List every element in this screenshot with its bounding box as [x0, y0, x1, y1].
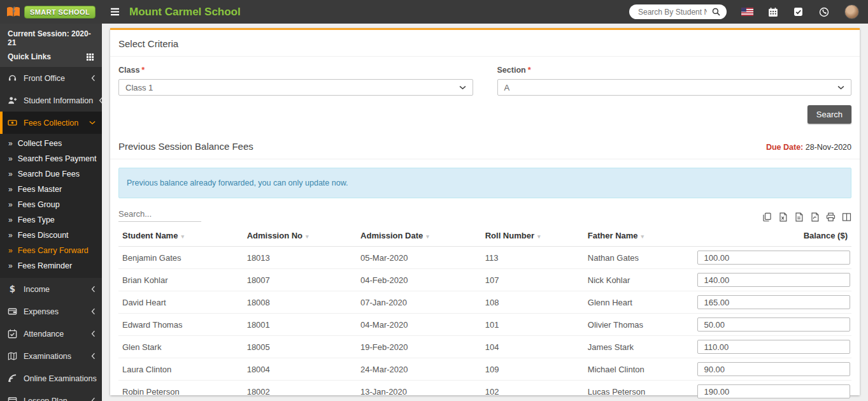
- sidebar-item-online-examinations[interactable]: Online Examinations: [0, 367, 102, 390]
- sidebar-subitem-label: Fees Carry Forward: [18, 246, 89, 255]
- excel-export-icon[interactable]: [778, 212, 788, 222]
- sidebar-subitem-fees-carry-forward[interactable]: »Fees Carry Forward: [0, 243, 102, 258]
- sidebar-item-student-information[interactable]: Student Information: [0, 89, 102, 112]
- double-angle-right-icon: »: [8, 231, 13, 240]
- sidebar-subitem-search-fees-payment[interactable]: »Search Fees Payment: [0, 151, 102, 166]
- column-header-student-name[interactable]: Student Name▾: [118, 225, 243, 247]
- column-header-label: Student Name: [122, 231, 178, 240]
- cell-roll-number: 107: [481, 269, 584, 291]
- sidebar-subitem-fees-reminder[interactable]: »Fees Reminder: [0, 258, 102, 273]
- print-icon[interactable]: [826, 212, 836, 222]
- cell-admission-no: 18001: [243, 314, 357, 336]
- balance-input[interactable]: [697, 384, 850, 398]
- sidebar-item-attendance[interactable]: Attendance: [0, 323, 102, 345]
- cell-admission-date: 13-Jan-2020: [357, 381, 481, 401]
- columns-icon[interactable]: [842, 212, 851, 222]
- balance-input[interactable]: [697, 295, 850, 309]
- sidebar-item-fees-collection[interactable]: Fees Collection: [0, 112, 102, 134]
- us-flag-icon[interactable]: [741, 8, 753, 16]
- student-search: [629, 4, 727, 19]
- sidebar-subitem-search-due-fees[interactable]: »Search Due Fees: [0, 166, 102, 182]
- table-row: Glen Stark1800519-Feb-2020104James Stark: [118, 336, 851, 358]
- logo-book-icon: [6, 6, 21, 18]
- class-label: Class*: [118, 66, 473, 75]
- search-icon[interactable]: [712, 8, 720, 16]
- sidebar-item-label: Examinations: [24, 352, 71, 361]
- cell-father-name: Lucas Peterson: [584, 381, 694, 401]
- sidebar-item-lesson-plan[interactable]: Lesson Plan: [0, 390, 102, 401]
- avatar[interactable]: [844, 4, 859, 19]
- sort-icon: ▾: [306, 233, 309, 240]
- required-marker: *: [141, 66, 145, 75]
- cell-balance: [694, 314, 851, 336]
- cell-balance: [694, 269, 851, 291]
- sidebar-item-label: Front Office: [24, 74, 65, 83]
- due-date-value: 28-Nov-2020: [806, 143, 851, 152]
- column-header-admission-no[interactable]: Admission No▾: [243, 225, 357, 247]
- chevron-down-icon: [459, 85, 466, 90]
- table-row: Edward Thomas1800104-Mar-2020101Olivier …: [118, 314, 851, 336]
- search-button[interactable]: Search: [808, 105, 851, 124]
- double-angle-right-icon: »: [8, 185, 13, 194]
- class-select-value: Class 1: [125, 83, 153, 92]
- sidebar-item-label: Online Examinations: [24, 374, 97, 383]
- export-tools: [762, 212, 851, 222]
- balance-section-header: Previous Session Balance Fees Due Date: …: [110, 141, 860, 159]
- class-select[interactable]: Class 1: [118, 79, 473, 96]
- chevron-down-icon: [837, 85, 844, 90]
- column-header-label: Balance ($): [804, 231, 848, 240]
- cell-student-name: Glen Stark: [118, 336, 243, 358]
- chat-icon[interactable]: [819, 7, 830, 17]
- balance-input[interactable]: [697, 273, 850, 287]
- balance-input[interactable]: [697, 317, 850, 332]
- cell-balance: [694, 291, 851, 314]
- cell-father-name: Nick Kohlar: [584, 269, 694, 291]
- student-search-input[interactable]: [637, 7, 708, 17]
- copy-icon[interactable]: [762, 212, 772, 222]
- table-search-input[interactable]: [118, 207, 201, 222]
- due-date-label: Due Date:: [766, 143, 803, 152]
- sidebar-subitem-fees-master[interactable]: »Fees Master: [0, 182, 102, 197]
- sidebar-item-income[interactable]: $Income: [0, 278, 102, 300]
- sort-icon: ▾: [181, 233, 184, 240]
- examinations-icon: [8, 351, 18, 361]
- sidebar-item-examinations[interactable]: Examinations: [0, 345, 102, 367]
- double-angle-right-icon: »: [8, 170, 13, 179]
- column-header-label: Father Name: [588, 231, 638, 240]
- cell-roll-number: 113: [481, 247, 584, 269]
- section-select[interactable]: A: [497, 79, 852, 96]
- cell-admission-no: 18005: [243, 336, 357, 358]
- chevron-down-icon: [89, 120, 96, 125]
- sidebar-item-front-office[interactable]: Front Office: [0, 67, 102, 89]
- column-header-father-name[interactable]: Father Name▾: [584, 225, 694, 247]
- column-header-roll-number[interactable]: Roll Number▾: [481, 225, 584, 247]
- sidebar-item-expenses[interactable]: Expenses: [0, 300, 102, 323]
- double-angle-right-icon: »: [8, 139, 13, 148]
- balance-input[interactable]: [697, 362, 850, 376]
- calendar-icon[interactable]: [768, 7, 779, 17]
- sidebar-subitem-fees-group[interactable]: »Fees Group: [0, 197, 102, 212]
- app-logo[interactable]: SMART SCHOOL: [0, 6, 102, 18]
- cell-roll-number: 108: [481, 291, 584, 314]
- sidebar-menu: Front OfficeStudent InformationFees Coll…: [0, 67, 102, 401]
- balance-input[interactable]: [697, 251, 850, 265]
- sidebar-toggle-button[interactable]: [110, 8, 120, 16]
- cell-father-name: Nathan Gates: [584, 247, 694, 269]
- cell-father-name: James Stark: [584, 336, 694, 358]
- sidebar-subitem-fees-discount[interactable]: »Fees Discount: [0, 228, 102, 243]
- csv-export-icon[interactable]: [794, 212, 804, 222]
- svg-text:$: $: [10, 284, 15, 294]
- cell-balance: [694, 247, 851, 269]
- sidebar-subitem-collect-fees[interactable]: »Collect Fees: [0, 136, 102, 151]
- balance-input[interactable]: [697, 340, 850, 354]
- select-criteria-title: Select Criteria: [110, 37, 860, 57]
- sidebar-subitem-fees-type[interactable]: »Fees Type: [0, 212, 102, 228]
- tasks-icon[interactable]: [793, 7, 804, 17]
- quick-links[interactable]: Quick Links: [8, 52, 94, 61]
- info-alert: Previous balance already forwarded, you …: [118, 168, 851, 198]
- table-row: Benjamin Gates1801305-Mar-2020113Nathan …: [118, 247, 851, 269]
- pdf-export-icon[interactable]: [810, 212, 820, 222]
- table-row: Brian Kohlar1800704-Feb-2020107Nick Kohl…: [118, 269, 851, 291]
- column-header-admission-date[interactable]: Admission Date▾: [357, 225, 481, 247]
- top-navbar: SMART SCHOOL Mount Carmel School: [0, 0, 868, 24]
